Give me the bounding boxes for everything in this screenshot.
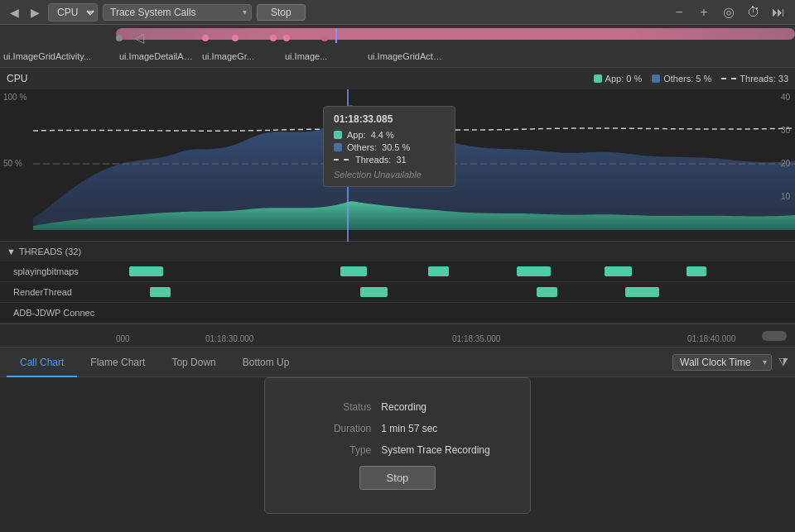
time-label-0: 000 (116, 334, 130, 343)
legend-app: App: 0 % (594, 74, 643, 84)
recording-type-value: System Trace Recording (381, 444, 489, 456)
thread-bar-seg (360, 287, 388, 297)
recording-duration-label: Duration (305, 423, 371, 434)
thread-bar-seg (340, 266, 368, 276)
thread-bars-3 (116, 303, 795, 323)
thread-bar-seg (428, 266, 449, 276)
tab-top-down[interactable]: Top Down (158, 348, 229, 377)
thread-rows: splayingbitmaps RenderThread ADB-JDWP Co (0, 261, 795, 324)
recording-status-row: Status Recording (305, 401, 489, 413)
legend-others: Others: 5 % (652, 74, 711, 84)
tooltip-unavailable: Selection Unavailable (334, 170, 445, 180)
filter-button[interactable]: ⧩ (778, 355, 788, 369)
tooltip-app-swatch (334, 131, 342, 139)
zoom-in-button[interactable]: + (694, 2, 714, 22)
tab-bottom-up[interactable]: Bottom Up (229, 348, 303, 377)
device-selector[interactable]: CPU (48, 3, 98, 22)
toolbar: ◀ ▶ CPU Trace System Calls Stop − + ◎ ⏱ … (0, 0, 795, 25)
recording-panel: Status Recording Duration 1 min 57 sec T… (0, 377, 795, 514)
tooltip-app-label: App: (347, 130, 366, 140)
timeline-label-5: ui.ImageGridActivity (364, 51, 447, 61)
thread-bars-1 (116, 261, 795, 281)
trace-selector[interactable]: Trace System Calls (103, 4, 252, 21)
legend-threads-dash (721, 78, 736, 79)
legend-others-dot (652, 74, 660, 83)
tab-flame-chart[interactable]: Flame Chart (77, 348, 158, 377)
legend-app-label: App: 0 % (605, 74, 643, 84)
thread-row[interactable]: splayingbitmaps (0, 261, 795, 282)
forward-button[interactable]: ▶ (27, 4, 43, 21)
thread-label-3: ADB-JDWP Connec (0, 308, 116, 318)
back-button[interactable]: ◀ (7, 4, 22, 21)
time-label-2: 01:18:35.000 (452, 334, 500, 343)
y-right-10: 10 (781, 192, 790, 201)
zoom-out-button[interactable]: − (669, 2, 689, 22)
threads-title: THREADS (32) (19, 247, 81, 256)
tooltip-threads-row: Threads: 31 (334, 155, 445, 165)
threads-section: ▼ THREADS (32) splayingbitmaps RenderThr… (0, 242, 795, 324)
recording-card: Status Recording Duration 1 min 57 sec T… (264, 377, 530, 514)
cpu-chart-area[interactable]: 100 % 50 % (0, 89, 795, 242)
legend-others-label: Others: 5 % (663, 74, 711, 84)
legend-app-dot (594, 74, 602, 83)
thread-bar-seg (605, 266, 632, 276)
timeline-label-2: ui.ImageDetailActi... (116, 51, 199, 61)
tab-call-chart[interactable]: Call Chart (7, 348, 77, 377)
trace-selector-wrapper: Trace System Calls (103, 4, 252, 21)
playhead-marker (335, 28, 337, 43)
y-right-40: 40 (781, 93, 790, 102)
recording-duration-row: Duration 1 min 57 sec (305, 423, 489, 434)
playhead-triangle: ◁ (134, 30, 144, 46)
tooltip-others-label: Others: (347, 142, 377, 152)
dot-3 (232, 35, 238, 41)
wall-clock-select[interactable]: Wall Clock Time Thread Time (672, 354, 772, 371)
timeline-labels-row: ui.ImageGridActivity... ui.ImageDetailAc… (0, 45, 795, 67)
recording-status-label: Status (305, 401, 371, 413)
timeline-label-4: ui.Image... (282, 51, 364, 61)
tooltip-others-swatch (334, 143, 342, 151)
thread-label-1: splayingbitmaps (0, 266, 116, 276)
thread-bar-seg (625, 287, 659, 297)
y-label-50: 50 % (3, 159, 30, 168)
thread-bars-2 (116, 282, 795, 302)
record-button[interactable]: ◎ (719, 2, 739, 22)
recording-type-label: Type (305, 444, 371, 456)
cpu-title: CPU (7, 73, 27, 84)
dot-4 (270, 35, 277, 41)
y-label-100: 100 % (3, 93, 30, 102)
y-right-20: 20 (781, 159, 790, 168)
time-label-1: 01:18:30.000 (205, 334, 253, 343)
thread-label-2: RenderThread (0, 287, 116, 297)
timeline-label-1: ui.ImageGridActivity... (0, 51, 116, 61)
timeline-track[interactable]: ◁ ui.ImageGridActivity... ui.ImageDetail… (0, 25, 795, 68)
dot-5 (283, 35, 290, 41)
threads-header[interactable]: ▼ THREADS (32) (0, 242, 795, 261)
thread-bar-seg (517, 266, 551, 276)
thread-row[interactable]: ADB-JDWP Connec (0, 303, 795, 324)
cpu-section: CPU App: 0 % Others: 5 % Threads: 33 100… (0, 68, 795, 242)
recording-type-row: Type System Trace Recording (305, 444, 489, 456)
timeline-dots: ◁ (116, 30, 331, 46)
stop-button[interactable]: Stop (257, 4, 306, 21)
tooltip-others-value: 30.5 % (382, 142, 410, 152)
cpu-right-labels: 40 30 20 10 (781, 89, 790, 242)
toolbar-right: − + ◎ ⏱ ⏭ (669, 2, 788, 22)
threads-triangle: ▼ (7, 247, 16, 256)
thread-row[interactable]: RenderThread (0, 282, 795, 303)
scrollbar-track[interactable] (762, 331, 787, 341)
tooltip-app-value: 4.4 % (371, 130, 394, 140)
skip-button[interactable]: ⏭ (768, 2, 788, 22)
tooltip-others-row: Others: 30.5 % (334, 142, 445, 152)
settings-button[interactable]: ⏱ (744, 2, 764, 22)
recording-stop-button[interactable]: Stop (359, 466, 436, 490)
wall-clock-wrapper: Wall Clock Time Thread Time (672, 354, 772, 371)
bottom-tabs: Call Chart Flame Chart Top Down Bottom U… (0, 347, 795, 377)
dot-6 (321, 35, 328, 41)
thread-bar-seg (537, 287, 557, 297)
y-right-30: 30 (781, 126, 790, 135)
recording-duration-value: 1 min 57 sec (381, 423, 437, 434)
tooltip-time: 01:18:33.085 (334, 113, 445, 125)
device-selector-wrapper: CPU (48, 3, 98, 22)
tooltip-app-row: App: 4.4 % (334, 130, 445, 140)
thread-bar-seg (150, 287, 171, 297)
